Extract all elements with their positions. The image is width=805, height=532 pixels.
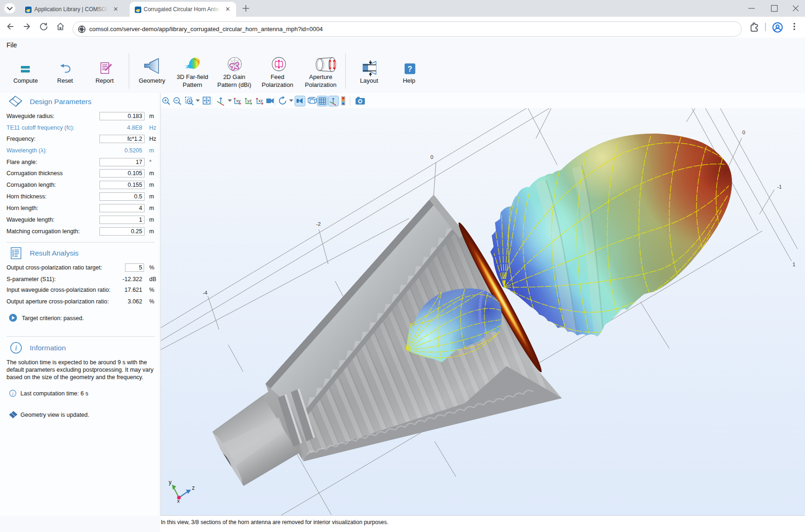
svg-text:x: x (177, 498, 180, 504)
svg-text:0: 0 (742, 130, 745, 135)
svg-text:?: ? (408, 65, 412, 73)
svg-text:xz: xz (258, 98, 263, 103)
svg-text:y: y (169, 479, 172, 486)
svg-text:i: i (15, 344, 17, 352)
svg-text:z: z (192, 485, 195, 491)
svg-text:xy: xy (236, 98, 241, 103)
svg-text:1: 1 (792, 262, 795, 267)
svg-text:0: 0 (430, 154, 433, 160)
svg-text:-1: -1 (777, 184, 782, 190)
svg-text:yz: yz (247, 98, 252, 103)
svg-text:i: i (12, 391, 13, 396)
svg-text:-2: -2 (316, 221, 321, 227)
svg-text:-4: -4 (203, 290, 208, 296)
